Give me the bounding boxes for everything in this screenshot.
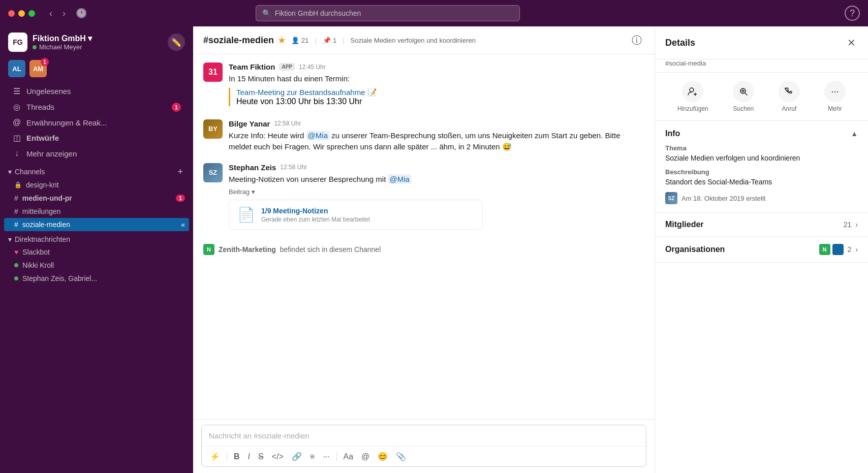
action-label: Mehr bbox=[828, 105, 842, 112]
beschreibung-field: Beschreibung Standort des Social-Media-T… bbox=[665, 168, 858, 186]
call-button[interactable] bbox=[779, 81, 800, 102]
back-button[interactable]: ‹ bbox=[46, 6, 55, 21]
search-input[interactable] bbox=[275, 9, 513, 17]
channel-medien-und-pr[interactable]: # medien-und-pr 1 bbox=[0, 192, 193, 205]
chevron-down-icon: ↓ bbox=[12, 149, 21, 158]
avatar-al[interactable]: AL bbox=[8, 60, 25, 77]
chevron-down-icon: ▾ bbox=[252, 188, 255, 196]
help-button[interactable]: ? bbox=[845, 6, 860, 21]
zenith-text: befindet sich in diesem Channel bbox=[280, 245, 381, 254]
details-header: Details ✕ bbox=[655, 26, 868, 59]
channel-name: medien-und-pr bbox=[22, 194, 172, 202]
info-section-header[interactable]: Info ▲ bbox=[665, 129, 858, 138]
heart-icon: ♥ bbox=[14, 248, 18, 256]
emoji-button[interactable]: 😊 bbox=[375, 450, 391, 463]
maximize-dot[interactable] bbox=[28, 10, 35, 17]
star-icon[interactable]: ★ bbox=[278, 36, 285, 45]
workspace-name[interactable]: Fiktion GmbH ▾ bbox=[33, 34, 163, 43]
created-row: SZ Am 18. Oktober 2019 erstellt bbox=[665, 192, 858, 204]
bold-button[interactable]: B bbox=[231, 450, 243, 463]
lightning-button[interactable]: ⚡ bbox=[207, 450, 223, 463]
quote-link[interactable]: Team-Meeting zur Bestandsaufnahme 📝 bbox=[236, 88, 377, 97]
dm-name: Slackbot bbox=[22, 248, 50, 256]
message-content: Stephan Zeis 12:58 Uhr Meeting-Notizen v… bbox=[229, 163, 644, 230]
sidebar-item-drafts[interactable]: ◫ Entwürfe bbox=[4, 130, 189, 146]
dm-stephan[interactable]: Stephan Zeis, Gabriel... bbox=[0, 272, 193, 285]
beschreibung-value: Standort des Social-Media-Teams bbox=[665, 178, 858, 186]
mention-button[interactable]: @ bbox=[358, 450, 373, 463]
more-formatting-button[interactable]: ··· bbox=[320, 450, 332, 463]
channel-name-display: #soziale-medien bbox=[203, 35, 274, 46]
compose-button[interactable]: ✏️ bbox=[168, 34, 185, 51]
file-attachment[interactable]: 📄 1/9 Meeting-Notizen Gerade eben zum le… bbox=[229, 200, 483, 230]
sidebar-item-label: Mehr anzeigen bbox=[26, 149, 181, 158]
details-actions: Hinzufügen Suchen bbox=[655, 73, 868, 121]
strikethrough-button[interactable]: S bbox=[255, 450, 267, 463]
sidebar-item-ungelesenes[interactable]: ☰ Ungelesenes bbox=[4, 83, 189, 99]
link-button[interactable]: 🔗 bbox=[289, 450, 305, 463]
organisationen-row[interactable]: Organisationen N 2 › bbox=[655, 237, 868, 263]
bookmark-icon: « bbox=[181, 220, 185, 229]
search-button[interactable] bbox=[733, 81, 754, 102]
info-button[interactable]: ⓘ bbox=[629, 33, 644, 48]
action-suchen[interactable]: Suchen bbox=[733, 81, 754, 112]
workspace-user: Michael Meyer bbox=[33, 43, 163, 51]
workspace-header: FG Fiktion GmbH ▾ Michael Meyer ✏️ bbox=[0, 26, 193, 58]
sidebar-item-threads[interactable]: ◎ Threads 1 bbox=[4, 99, 189, 115]
message-group: SZ Stephan Zeis 12:58 Uhr Meeting-Notize… bbox=[203, 163, 644, 230]
close-dot[interactable] bbox=[8, 10, 15, 17]
details-subtitle: #social-media bbox=[655, 59, 868, 73]
avatar-am-badge: 1 bbox=[41, 58, 49, 66]
avatar: SZ bbox=[203, 163, 223, 182]
action-label: Suchen bbox=[733, 105, 754, 112]
minimize-dot[interactable] bbox=[18, 10, 25, 17]
add-channel-button[interactable]: + bbox=[175, 167, 185, 176]
message-content: Team Fiktion APP 12:45 Uhr In 15 Minuten… bbox=[229, 62, 644, 109]
channels-section-header[interactable]: ▾ Channels + bbox=[0, 163, 193, 178]
close-button[interactable]: ✕ bbox=[845, 35, 858, 51]
italic-button[interactable]: I bbox=[245, 450, 253, 463]
dm-nikki[interactable]: Nikki Kroll bbox=[0, 259, 193, 272]
add-person-button[interactable] bbox=[682, 81, 703, 102]
thema-label: Thema bbox=[665, 144, 858, 152]
thema-field: Thema Soziale Medien verfolgen und koord… bbox=[665, 144, 858, 162]
sidebar-item-more[interactable]: ↓ Mehr anzeigen bbox=[4, 146, 189, 161]
list-button[interactable]: ≡ bbox=[307, 450, 318, 463]
search-icon: 🔍 bbox=[262, 9, 271, 17]
channel-design-krit[interactable]: 🔒 design-krit bbox=[0, 178, 193, 192]
zenith-name: Zenith-Marketing bbox=[219, 245, 276, 254]
channel-mitteilungen[interactable]: # mitteilungen bbox=[0, 205, 193, 218]
file-name: 1/9 Meeting-Notizen bbox=[261, 207, 370, 215]
action-hinzufuegen[interactable]: Hinzufügen bbox=[677, 81, 708, 112]
avatar-am[interactable]: AM 1 bbox=[29, 60, 47, 77]
action-anruf[interactable]: Anruf bbox=[779, 81, 800, 112]
dm-label: Direktnachrichten bbox=[15, 235, 70, 243]
dm-section-header[interactable]: ▾ Direktnachrichten bbox=[0, 231, 193, 245]
channel-soziale-medien[interactable]: # soziale-medien « bbox=[4, 218, 189, 231]
history-button[interactable]: 🕐 bbox=[73, 6, 90, 21]
forward-button[interactable]: › bbox=[59, 6, 69, 21]
text-size-button[interactable]: Aa bbox=[340, 450, 357, 463]
hamburger-icon: ☰ bbox=[12, 86, 21, 96]
avatar-row: AL AM 1 bbox=[0, 58, 193, 81]
threads-badge: 1 bbox=[172, 103, 181, 112]
workspace-avatar[interactable]: FG bbox=[8, 33, 27, 52]
message-input[interactable] bbox=[202, 425, 646, 446]
pin-count: 📌 1 bbox=[323, 37, 336, 44]
online-dot bbox=[14, 263, 18, 267]
nav-buttons: ‹ › 🕐 bbox=[46, 6, 90, 21]
info-section: Info ▲ Thema Soziale Medien verfolgen un… bbox=[655, 121, 868, 213]
sidebar-nav: ☰ Ungelesenes ◎ Threads 1 @ Erwähnungen … bbox=[0, 81, 193, 163]
pin-icon: 📌 bbox=[323, 37, 331, 44]
sidebar-item-mentions[interactable]: @ Erwähnungen & Reak... bbox=[4, 115, 189, 130]
beitrag-button[interactable]: Beitrag ▾ bbox=[229, 187, 255, 197]
attachment-button[interactable]: 📎 bbox=[393, 450, 409, 463]
more-button[interactable]: ··· bbox=[824, 81, 846, 102]
organisationen-title: Organisationen bbox=[665, 245, 819, 254]
dm-slackbot[interactable]: ♥ Slackbot bbox=[0, 245, 193, 259]
code-button[interactable]: </> bbox=[269, 450, 287, 463]
sidebar-item-label: Entwürfe bbox=[26, 134, 181, 142]
channel-description: Soziale Medien verfolgen und koordiniere… bbox=[351, 37, 476, 44]
mitglieder-row[interactable]: Mitglieder 21 › bbox=[655, 213, 868, 237]
action-mehr[interactable]: ··· Mehr bbox=[824, 81, 846, 112]
